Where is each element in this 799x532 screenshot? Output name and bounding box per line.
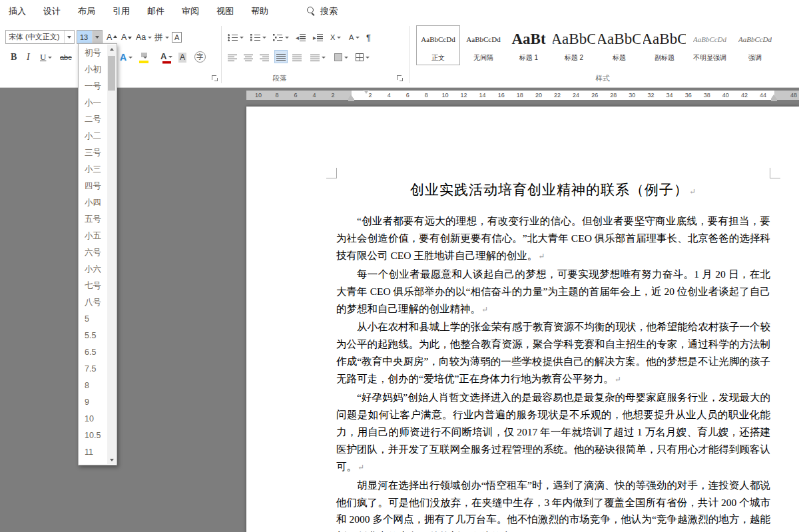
- asian-layout-button[interactable]: X: [329, 30, 342, 45]
- paragraph[interactable]: 从小在农村和县城上学的张金荣有感于教育资源不均衡的现状，他希望能给农村孩子一个较…: [336, 318, 770, 389]
- paragraph[interactable]: 胡显河在选择出行领域创办“悟空租车”时，遇到了滴滴、快的等强劲的对手，连投资人都…: [336, 477, 770, 532]
- chevron-down-icon[interactable]: [64, 31, 74, 43]
- ruler-number: 44: [754, 92, 772, 99]
- font-name-combo[interactable]: 宋体 (中文正文): [5, 30, 75, 44]
- text-effects-button[interactable]: A: [119, 50, 134, 65]
- font-size-option[interactable]: 7.5: [79, 361, 107, 378]
- align-center-button[interactable]: [242, 50, 254, 65]
- style-card[interactable]: AaBbC 标题 2: [552, 25, 596, 65]
- right-indent-marker[interactable]: [771, 95, 777, 101]
- document-page[interactable]: 创业实践活动培育创业精神的联系（例子）↵ “创业者都要有远大的理想，有改变行业的…: [246, 107, 799, 532]
- scrollbar-thumb[interactable]: [108, 56, 115, 91]
- font-dialog-launcher-icon[interactable]: [212, 75, 218, 82]
- change-case-button[interactable]: Aa: [134, 30, 153, 45]
- style-card[interactable]: AaBbCcDd 不明显强调: [688, 25, 732, 65]
- font-size-option[interactable]: 五号: [79, 211, 107, 228]
- ribbon-tab[interactable]: 设计: [35, 0, 69, 22]
- increase-indent-button[interactable]: [312, 30, 324, 45]
- font-size-option[interactable]: 一号: [79, 78, 107, 95]
- font-size-option[interactable]: 小初: [79, 61, 107, 78]
- phonetic-guide-button[interactable]: 拼: [153, 30, 170, 45]
- font-size-option[interactable]: 小五: [79, 228, 107, 244]
- grow-font-button[interactable]: A: [105, 30, 119, 45]
- distribute-text-button[interactable]: [291, 50, 303, 65]
- multilevel-list-button[interactable]: [272, 30, 290, 45]
- scroll-down-icon[interactable]: [107, 455, 116, 464]
- character-border-button[interactable]: A: [172, 32, 182, 43]
- bold-button[interactable]: B: [9, 50, 18, 65]
- ribbon-tab[interactable]: 帮助: [242, 0, 277, 22]
- character-shading-button[interactable]: A: [178, 50, 186, 65]
- style-card[interactable]: AaBbC 副标题: [643, 25, 686, 65]
- ribbon-tab[interactable]: 审阅: [173, 0, 208, 22]
- font-size-option[interactable]: 四号: [79, 178, 107, 194]
- style-card[interactable]: AaBbCcDd 强调: [733, 25, 777, 65]
- font-size-option[interactable]: 12: [79, 461, 107, 465]
- borders-button[interactable]: [354, 50, 371, 65]
- ruler-number: 2: [324, 92, 342, 99]
- scroll-up-icon[interactable]: [107, 45, 116, 54]
- font-size-option[interactable]: 初号: [79, 45, 107, 61]
- paragraph[interactable]: “好孕妈妈”创始人肖哲文选择进入的是最容易也是最复杂的母婴家庭服务行业，发现最大…: [336, 389, 770, 477]
- font-size-option[interactable]: 小六: [79, 261, 107, 278]
- numbered-list-button[interactable]: [249, 30, 268, 45]
- style-preview: AaBbCcDd: [693, 27, 726, 52]
- font-size-option[interactable]: 七号: [79, 278, 107, 294]
- font-size-option[interactable]: 11: [79, 444, 107, 461]
- style-card[interactable]: AaBbC 标题: [597, 25, 641, 65]
- font-size-option[interactable]: 10.5: [79, 427, 107, 444]
- ribbon-tab[interactable]: 引用: [104, 0, 138, 22]
- font-color-button[interactable]: A: [158, 50, 174, 65]
- style-card[interactable]: AaBbCcDd 正文: [416, 25, 460, 65]
- hanging-indent-marker[interactable]: [348, 95, 354, 101]
- font-size-option[interactable]: 5: [79, 311, 107, 328]
- ruler-number: 8: [268, 92, 286, 99]
- italic-button[interactable]: I: [25, 50, 31, 65]
- paragraph-shading-button[interactable]: [333, 50, 350, 65]
- first-line-indent-marker[interactable]: [364, 90, 369, 94]
- font-size-option[interactable]: 小四: [79, 194, 107, 211]
- justify-button[interactable]: [274, 50, 288, 63]
- sort-button[interactable]: A: [348, 30, 361, 45]
- strikethrough-button[interactable]: abc: [59, 50, 73, 65]
- document-title[interactable]: 创业实践活动培育创业精神的联系（例子）↵: [336, 180, 770, 202]
- underline-button[interactable]: U: [39, 50, 53, 65]
- font-size-option[interactable]: 6.5: [79, 344, 107, 361]
- font-size-option[interactable]: 小二: [79, 128, 107, 144]
- ruler-number: 48: [784, 92, 799, 99]
- paragraph[interactable]: 每一个创业者最愿意和人谈起自己的梦想，可要实现梦想唯有努力奋斗。1 月 20 日…: [336, 266, 770, 319]
- bullet-list-button[interactable]: [226, 30, 245, 45]
- font-size-option[interactable]: 5.5: [79, 328, 107, 344]
- highlight-color-button[interactable]: [137, 50, 150, 65]
- font-size-option[interactable]: 三号: [79, 144, 107, 161]
- dropdown-scrollbar[interactable]: [107, 45, 116, 464]
- line-spacing-button[interactable]: [309, 50, 327, 65]
- ribbon-tab[interactable]: 视图: [208, 0, 242, 22]
- style-card[interactable]: AaBbCcDd 无间隔: [461, 25, 505, 65]
- align-left-button[interactable]: [226, 50, 238, 65]
- font-size-option[interactable]: 9: [79, 394, 107, 411]
- style-card[interactable]: AaBt 标题 1: [507, 25, 551, 65]
- font-size-option[interactable]: 8: [79, 378, 107, 394]
- font-size-option[interactable]: 二号: [79, 111, 107, 128]
- search[interactable]: 搜索: [307, 5, 338, 17]
- ribbon-tab[interactable]: 布局: [69, 0, 104, 22]
- font-size-option[interactable]: 10: [79, 411, 107, 427]
- ribbon-tab[interactable]: 邮件: [138, 0, 173, 22]
- ribbon-tab[interactable]: 插入: [0, 0, 35, 22]
- ruler-number: 32: [641, 92, 660, 99]
- font-size-option[interactable]: 八号: [79, 294, 107, 311]
- show-formatting-marks-button[interactable]: ¶: [365, 30, 372, 45]
- paragraph[interactable]: “创业者都要有远大的理想，有改变行业的信心。但创业者要坚守商业底线，要有担当，要…: [336, 212, 770, 266]
- font-size-combo[interactable]: 13: [77, 30, 103, 44]
- decrease-indent-button[interactable]: [294, 30, 307, 45]
- enclose-characters-button[interactable]: 字: [194, 51, 206, 63]
- font-size-option[interactable]: 六号: [79, 244, 107, 261]
- paragraph-dialog-launcher-icon[interactable]: [397, 75, 403, 82]
- align-right-button[interactable]: [258, 50, 270, 65]
- shrink-font-button[interactable]: A: [120, 30, 133, 45]
- font-size-option[interactable]: 小一: [79, 95, 107, 111]
- font-size-option[interactable]: 小三: [79, 161, 107, 178]
- chevron-down-icon[interactable]: [92, 31, 102, 43]
- ruler-number: 18: [511, 92, 529, 99]
